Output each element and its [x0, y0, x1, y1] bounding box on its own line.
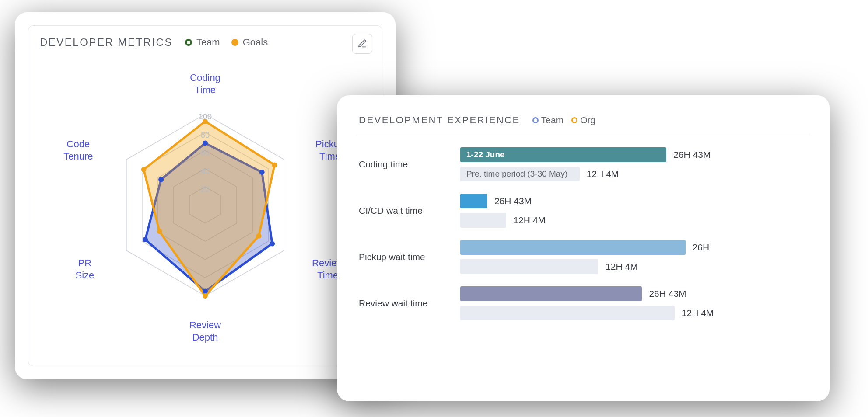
bar-current [460, 194, 487, 208]
bar-current-value: 26H 43M [673, 149, 710, 160]
svg-point-2 [270, 241, 275, 246]
developer-metrics-header: DEVELOPER METRICS Team Goals [40, 36, 371, 49]
bar-current-value: 26H 43M [649, 288, 686, 299]
legend-team-label: Team [541, 115, 564, 125]
svg-point-8 [256, 233, 261, 239]
svg-point-10 [157, 229, 162, 234]
development-experience-header: DEVELOPMENT EXPERIENCE Team Org [356, 113, 810, 136]
developer-metrics-chart: Coding TimePickup TimeReview TimeReview … [40, 54, 371, 334]
development-experience-legend: Team Org [532, 115, 595, 125]
svg-point-11 [141, 167, 146, 172]
bar-current [460, 286, 642, 301]
pencil-icon [357, 39, 367, 49]
bar-row: Pickup wait time26H12H 4M [359, 240, 810, 274]
svg-point-9 [203, 293, 208, 299]
bar-previous: Pre. time period (3-30 May) [460, 167, 580, 181]
bar-row-label: Review wait time [359, 298, 451, 309]
radar-tick-label: 60 [201, 149, 210, 158]
bar-row-track: 26H 43M12H 4M [460, 286, 810, 320]
bar-row: CI/CD wait time26H 43M12H 4M [359, 194, 810, 228]
svg-point-3 [203, 289, 208, 294]
development-experience-card: DEVELOPMENT EXPERIENCE Team Org Coding t… [337, 95, 830, 401]
svg-point-7 [272, 162, 277, 167]
bar-previous-value: 12H 4M [587, 169, 619, 179]
svg-point-4 [143, 237, 148, 242]
bar-row-label: Coding time [359, 159, 451, 170]
radar-axis-label: PR Size [75, 257, 94, 281]
legend-goals-swatch [231, 39, 238, 46]
radar-tick-label: 80 [201, 130, 210, 139]
svg-point-5 [158, 177, 164, 182]
bar-current-value: 26H [693, 242, 710, 253]
radar-axis-label: Review Depth [189, 319, 221, 343]
bar-previous-value: 12H 4M [606, 261, 638, 272]
svg-point-1 [259, 170, 265, 175]
legend-item-team: Team [532, 115, 564, 125]
radar-tick-label: 40 [201, 167, 210, 176]
bar-current-value: 26H 43M [494, 196, 532, 206]
bar-previous [460, 213, 506, 228]
bar-row-label: Pickup wait time [359, 251, 451, 262]
developer-metrics-card-body: DEVELOPER METRICS Team Goals Coding Time… [28, 25, 382, 366]
radar-axis-label: Code Tenure [63, 138, 93, 162]
legend-org-swatch [571, 117, 578, 123]
legend-goals-label: Goals [243, 37, 268, 48]
legend-org-label: Org [580, 115, 595, 125]
bar-row-track: 1-22 June26H 43MPre. time period (3-30 M… [460, 147, 810, 181]
radar-tick-label: 20 [201, 185, 210, 194]
edit-button[interactable] [352, 34, 372, 54]
legend-team-swatch [532, 117, 539, 123]
bar-row: Review wait time26H 43M12H 4M [359, 286, 810, 320]
developer-metrics-legend: Team Goals [185, 37, 268, 48]
development-experience-rows: Coding time1-22 June26H 43MPre. time per… [356, 147, 810, 320]
bar-row-track: 26H 43M12H 4M [460, 194, 810, 228]
bar-previous [460, 306, 675, 320]
legend-team-label: Team [196, 37, 220, 48]
legend-team-swatch [185, 39, 192, 46]
radar-axis-label: Coding Time [190, 72, 220, 96]
bar-row-track: 26H12H 4M [460, 240, 810, 274]
bar-row-label: CI/CD wait time [359, 205, 451, 216]
bar-previous-value: 12H 4M [513, 215, 546, 226]
bar-row: Coding time1-22 June26H 43MPre. time per… [359, 147, 810, 181]
legend-item-goals: Goals [231, 37, 268, 48]
developer-metrics-title: DEVELOPER METRICS [40, 36, 173, 49]
bar-previous-value: 12H 4M [682, 308, 714, 318]
development-experience-title: DEVELOPMENT EXPERIENCE [359, 115, 520, 126]
svg-point-0 [203, 141, 208, 146]
radar-tick-label: 100 [199, 112, 212, 122]
legend-item-org: Org [571, 115, 595, 125]
bar-previous [460, 259, 598, 274]
bar-current: 1-22 June [460, 147, 666, 162]
bar-current [460, 240, 686, 255]
legend-item-team: Team [185, 37, 220, 48]
